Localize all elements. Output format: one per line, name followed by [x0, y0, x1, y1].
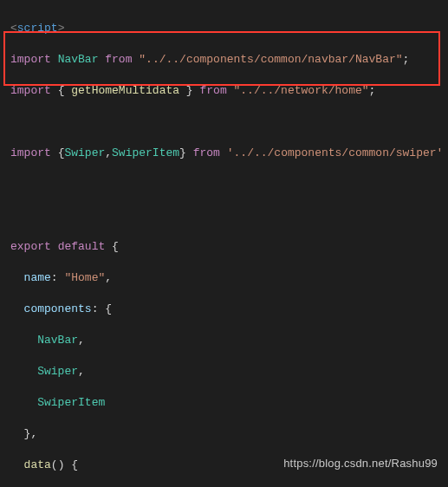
id-swiper: Swiper [37, 365, 78, 378]
line: import {Swiper,SwiperItem} from '../../c… [10, 146, 448, 161]
val-home: "Home" [64, 271, 105, 284]
id-swiper: Swiper [64, 146, 105, 159]
angle-open: < [10, 22, 17, 35]
path: "../../network/home" [234, 84, 369, 97]
line: name: "Home", [10, 270, 448, 286]
kw-import: import [10, 53, 51, 66]
angle-close: > [58, 22, 65, 35]
key-components: components [24, 302, 92, 315]
key-name: name [24, 271, 51, 284]
id-navbar: NavBar [37, 334, 78, 347]
line: export default { [10, 239, 448, 255]
line: import { getHomeMultidata } from "../../… [10, 83, 448, 99]
kw-default: default [58, 240, 106, 253]
line: NavBar, [10, 333, 448, 348]
kw-import: import [10, 84, 51, 97]
id-navbar: NavBar [58, 53, 99, 66]
line-blank [10, 208, 448, 224]
line: <script> [10, 21, 448, 36]
code-block: <script> import NavBar from "../../compo… [0, 0, 448, 487]
path: '../../components/common/swiper' [227, 146, 444, 159]
id-swiperitem: SwiperItem [112, 146, 179, 159]
line: }, [10, 426, 448, 442]
line: import NavBar from "../../components/com… [10, 52, 448, 68]
id-ghm: getHomeMultidata [71, 84, 179, 97]
line: Swiper, [10, 364, 448, 380]
kw-from: from [105, 53, 132, 66]
line: components: { [10, 302, 448, 317]
line-blank [10, 177, 448, 192]
key-data: data [24, 458, 51, 471]
path: "../../components/common/navbar/NavBar" [139, 53, 402, 66]
line: SwiperItem [10, 395, 448, 411]
script-tag: script [17, 22, 58, 35]
kw-from: from [193, 146, 220, 159]
kw-import: import [10, 146, 51, 159]
watermark: https://blog.csdn.net/Rashu99 [283, 456, 438, 471]
line-blank [10, 114, 448, 130]
kw-from: from [199, 84, 226, 97]
kw-export: export [10, 240, 51, 253]
id-swiperitem: SwiperItem [37, 396, 105, 409]
